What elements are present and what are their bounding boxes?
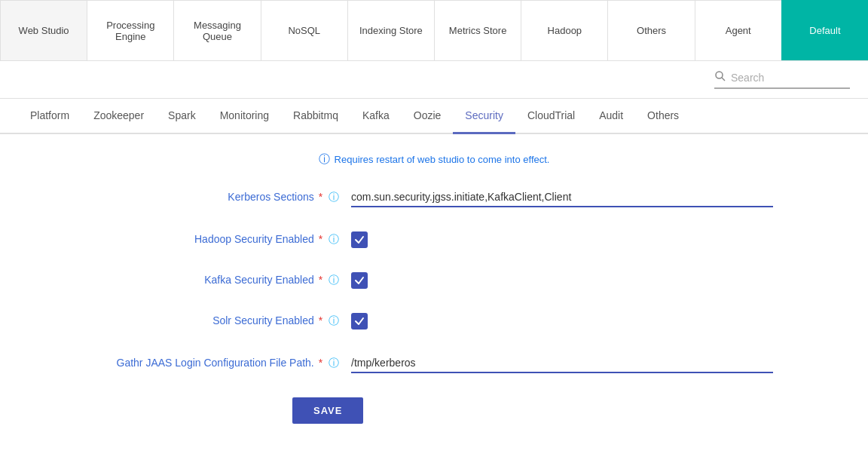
info-icon-hadoop-security[interactable]: ⓘ xyxy=(326,233,339,245)
label-text-solr-security: Solr Security Enabled xyxy=(212,314,314,326)
required-marker-kafka-security: * xyxy=(316,274,322,286)
input-kerberos-sections[interactable] xyxy=(351,188,773,207)
label-text-gathr-jaas: Gathr JAAS Login Configuration File Path… xyxy=(117,357,314,369)
save-button[interactable]: SAVE xyxy=(292,397,363,424)
sub-tab-others-sub[interactable]: Others xyxy=(635,99,691,134)
top-tabs-container: Web StudioProcessing EngineMessaging Que… xyxy=(0,0,868,61)
form-container: Kerberos Sections * ⓘHadoop Security Ena… xyxy=(24,188,844,373)
main-content: ⓘ Requires restart of web studio to come… xyxy=(0,134,868,442)
svg-point-0 xyxy=(716,72,723,78)
sub-tabs-container: PlatformZookeeperSparkMonitoringRabbitmq… xyxy=(0,99,868,134)
search-bar xyxy=(0,61,868,99)
form-label-kafka-security: Kafka Security Enabled * ⓘ xyxy=(95,274,351,287)
search-icon xyxy=(714,70,726,84)
sub-tab-zookeeper[interactable]: Zookeeper xyxy=(81,99,156,134)
form-row-solr-security: Solr Security Enabled * ⓘ xyxy=(95,313,773,330)
top-tab-processing-engine[interactable]: Processing Engine xyxy=(87,0,174,60)
search-wrapper xyxy=(714,70,850,89)
sub-tab-platform[interactable]: Platform xyxy=(18,99,81,134)
checkbox-kafka-security[interactable] xyxy=(351,272,368,289)
control-wrap-kerberos-sections xyxy=(351,188,773,207)
info-icon-gathr-jaas[interactable]: ⓘ xyxy=(326,357,339,369)
sub-tab-audit[interactable]: Audit xyxy=(587,99,635,134)
checkbox-solr-security[interactable] xyxy=(351,313,368,330)
label-text-kerberos-sections: Kerberos Sections xyxy=(228,191,313,203)
label-text-hadoop-security: Hadoop Security Enabled xyxy=(194,233,314,245)
required-marker-hadoop-security: * xyxy=(316,233,322,245)
info-icon: ⓘ xyxy=(319,152,330,167)
form-row-hadoop-security: Hadoop Security Enabled * ⓘ xyxy=(95,231,773,248)
label-text-kafka-security: Kafka Security Enabled xyxy=(204,274,314,286)
svg-line-1 xyxy=(722,78,725,81)
form-label-hadoop-security: Hadoop Security Enabled * ⓘ xyxy=(95,233,351,247)
checkbox-hadoop-security[interactable] xyxy=(351,231,368,248)
top-tab-messaging-queue[interactable]: Messaging Queue xyxy=(173,0,261,60)
top-tab-default[interactable]: Default xyxy=(781,0,868,60)
info-icon-solr-security[interactable]: ⓘ xyxy=(326,314,339,326)
top-tab-nosql[interactable]: NoSQL xyxy=(261,0,348,60)
form-label-kerberos-sections: Kerberos Sections * ⓘ xyxy=(95,191,351,204)
top-tab-web-studio[interactable]: Web Studio xyxy=(0,0,87,60)
sub-tab-cloudtrial[interactable]: CloudTrial xyxy=(515,99,587,134)
top-tab-indexing-store[interactable]: Indexing Store xyxy=(347,0,435,60)
control-wrap-solr-security xyxy=(351,313,773,330)
sub-tab-security[interactable]: Security xyxy=(453,99,515,134)
required-marker-solr-security: * xyxy=(316,314,322,326)
control-wrap-kafka-security xyxy=(351,272,773,289)
required-marker-kerberos-sections: * xyxy=(316,191,322,203)
form-row-kafka-security: Kafka Security Enabled * ⓘ xyxy=(95,272,773,289)
form-label-gathr-jaas: Gathr JAAS Login Configuration File Path… xyxy=(95,357,351,370)
info-icon-kafka-security[interactable]: ⓘ xyxy=(326,274,339,286)
sub-tab-spark[interactable]: Spark xyxy=(156,99,208,134)
sub-tab-rabbitmq[interactable]: Rabbitmq xyxy=(281,99,350,134)
top-tab-agent[interactable]: Agent xyxy=(695,0,782,60)
control-wrap-hadoop-security xyxy=(351,231,773,248)
control-wrap-gathr-jaas xyxy=(351,354,773,373)
form-row-kerberos-sections: Kerberos Sections * ⓘ xyxy=(95,188,773,207)
save-button-row: SAVE xyxy=(292,397,844,424)
top-tab-others[interactable]: Others xyxy=(607,0,695,60)
sub-tab-oozie[interactable]: Oozie xyxy=(402,99,454,134)
info-icon-kerberos-sections[interactable]: ⓘ xyxy=(326,191,339,203)
notice-bar: ⓘ Requires restart of web studio to come… xyxy=(24,152,844,167)
notice-text: Requires restart of web studio to come i… xyxy=(335,154,550,165)
input-gathr-jaas[interactable] xyxy=(351,354,773,373)
form-row-gathr-jaas: Gathr JAAS Login Configuration File Path… xyxy=(95,354,773,373)
sub-tab-monitoring[interactable]: Monitoring xyxy=(208,99,281,134)
sub-tab-kafka[interactable]: Kafka xyxy=(350,99,402,134)
top-tab-hadoop[interactable]: Hadoop xyxy=(521,0,608,60)
search-input[interactable] xyxy=(731,72,850,84)
top-tab-metrics-store[interactable]: Metrics Store xyxy=(434,0,521,60)
required-marker-gathr-jaas: * xyxy=(316,357,322,369)
form-label-solr-security: Solr Security Enabled * ⓘ xyxy=(95,314,351,328)
